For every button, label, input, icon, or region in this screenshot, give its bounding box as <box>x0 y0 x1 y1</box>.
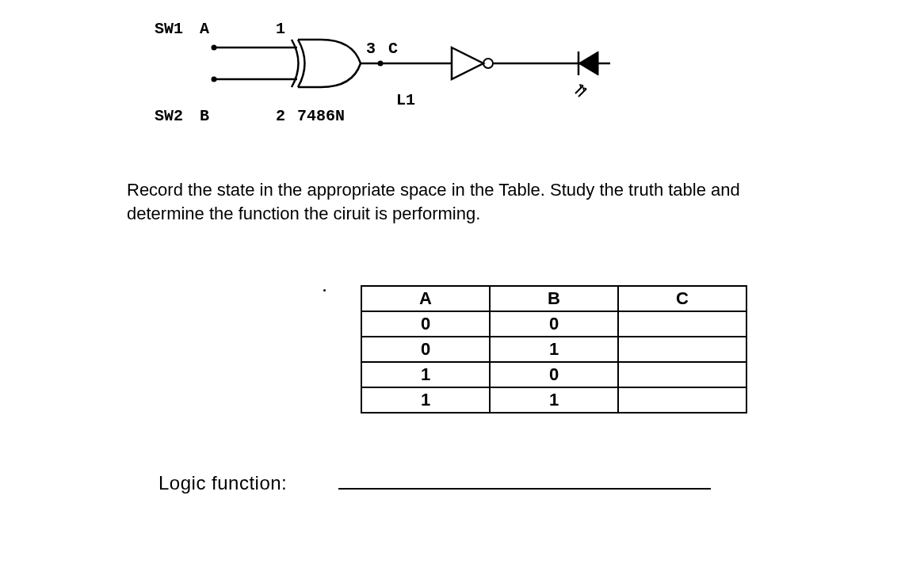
cell-b: 1 <box>490 387 618 413</box>
table-row: 1 0 <box>361 362 746 387</box>
table-row: 0 1 <box>361 337 746 362</box>
col-header-c: C <box>618 286 746 311</box>
cell-a: 1 <box>361 387 490 413</box>
truth-table: A B C 0 0 0 1 1 0 1 1 <box>361 285 747 413</box>
cell-c[interactable] <box>618 387 746 413</box>
logic-function-blank[interactable] <box>338 477 711 490</box>
svg-point-1 <box>212 45 217 51</box>
label-chip: 7486N <box>297 107 345 125</box>
label-input-b: B <box>200 107 209 125</box>
cell-a: 1 <box>361 362 490 387</box>
page: SW1 A 1 SW2 B 2 7486N 3 C L1 Record the … <box>0 0 924 564</box>
label-sw2: SW2 <box>155 107 183 125</box>
cell-b: 0 <box>490 311 618 337</box>
label-input-a: A <box>200 20 209 38</box>
label-l1: L1 <box>396 91 415 109</box>
label-pin2: 2 <box>276 107 285 125</box>
circuit-svg <box>135 16 642 151</box>
cell-a: 0 <box>361 311 490 337</box>
cell-a: 0 <box>361 337 490 362</box>
svg-point-3 <box>212 77 217 82</box>
table-header-row: A B C <box>361 286 746 311</box>
label-sw1: SW1 <box>155 20 183 38</box>
table-row: 0 0 <box>361 311 746 337</box>
cell-b: 1 <box>490 337 618 362</box>
label-pin1: 1 <box>276 20 285 38</box>
col-header-b: B <box>490 286 618 311</box>
label-output-c: C <box>388 40 398 58</box>
instruction-text: Record the state in the appropriate spac… <box>127 178 745 225</box>
cell-c[interactable] <box>618 337 746 362</box>
cell-c[interactable] <box>618 362 746 387</box>
noise-dot <box>323 289 326 292</box>
svg-point-5 <box>378 61 384 67</box>
logic-function-row: Logic function: <box>158 472 761 494</box>
cell-b: 0 <box>490 362 618 387</box>
col-header-a: A <box>361 286 490 311</box>
table-row: 1 1 <box>361 387 746 413</box>
logic-function-label: Logic function: <box>158 472 287 494</box>
cell-c[interactable] <box>618 311 746 337</box>
label-pin3: 3 <box>366 40 376 58</box>
circuit-diagram: SW1 A 1 SW2 B 2 7486N 3 C L1 <box>135 16 642 151</box>
